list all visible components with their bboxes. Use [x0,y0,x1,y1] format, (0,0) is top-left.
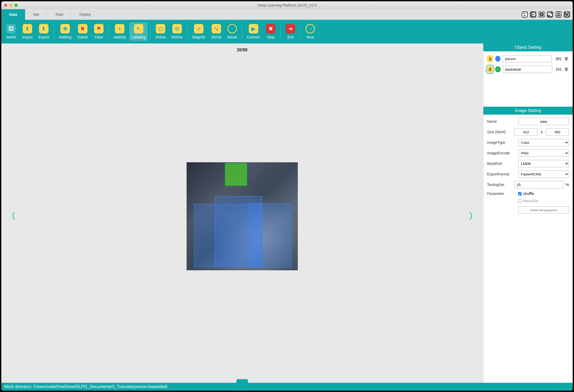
gear-icon[interactable] [530,11,536,18]
image-setting-panel: Name Size (WxH) x ImageType Color ImageE… [483,115,573,383]
sview-button[interactable]: ◻SView [153,22,168,41]
bbox-person-3[interactable] [249,203,291,268]
image-setting-header: Image Setting [483,107,573,115]
imagetype-select[interactable]: Color [518,139,569,146]
imagetype-label: ImageType [487,140,516,145]
parameter-label: Parameter [487,192,516,196]
main-tabs: Data Net Train Deploy [1,9,573,20]
backend-label: BackEnd [487,161,516,166]
single-view-icon: ◻ [156,24,165,33]
window-title: Deep Learning Platform (DLP)_V2.0 [1,3,573,7]
labeling-button[interactable]: ↖Labeling [129,22,148,41]
import-button[interactable]: ⬇Import [20,22,35,41]
prev-image-button[interactable]: 〈 [4,208,18,225]
object-color-blue[interactable] [495,56,500,62]
export-button[interactable]: ⬆Export [36,22,51,41]
shuffle-checkbox[interactable] [518,192,522,195]
imageencode-select[interactable]: PNG [518,149,569,157]
object-count-1: 281 [554,57,562,61]
meanfile-label: MeanFile [523,199,538,203]
reset-icon [227,24,237,33]
width-input[interactable] [514,128,538,136]
addimg-button[interactable]: ✚AddImg [57,22,74,41]
object-count-2: 101 [554,67,562,71]
backend-select[interactable]: LMDB [518,160,569,167]
magnify-icon: ⤢ [194,24,203,33]
object-row-2: 2 101 [487,66,569,73]
meanfile-checkbox[interactable] [518,199,522,203]
image-canvas[interactable] [187,162,298,270]
toolbar: 🖼SetDir ⬇Import ⬆Export ✚AddImg ✖Delete … [1,20,573,43]
object-name-input-1[interactable] [503,55,552,62]
next-image-button[interactable]: 〉 [466,208,480,225]
play-icon: ▶ [249,24,258,33]
meanfile-input[interactable] [518,206,569,214]
multi-view-icon: ⧉ [172,24,182,33]
trash-icon[interactable] [564,56,569,62]
trash-icon[interactable] [564,66,569,72]
object-index-2[interactable]: 2 [487,66,493,73]
stop-icon: ✖ [266,24,275,33]
tab-train[interactable]: Train [47,9,71,20]
add-image-icon: ✚ [60,24,70,33]
imageencode-label: ImageEncode [487,151,516,155]
compass-icon[interactable] [538,11,545,18]
x-separator: x [540,130,544,134]
next-arrow-icon: → [305,24,315,33]
bottom-handle[interactable] [236,379,248,383]
testingset-input[interactable] [514,181,564,188]
labeling-icon: ↖ [134,24,143,33]
delete-button[interactable]: ✖Delete [75,22,90,41]
shuffle-label: shuffle [523,192,534,196]
canvas-area: 20/98 〈 〉 [1,43,483,383]
titlebar: Deep Learning Platform (DLP)_V2.0 [1,1,573,9]
tab-data[interactable]: Data [1,9,25,20]
export-icon: ⬆ [39,24,48,33]
object-name-input-2[interactable] [503,66,552,73]
reset-button[interactable]: Reset [225,22,239,41]
object-setting-header: Object Setting [483,43,573,51]
tab-net[interactable]: Net [25,9,47,20]
stop-button[interactable]: ✖Stop [264,22,278,41]
name-label: Name [487,119,516,124]
height-input[interactable] [546,128,569,136]
magnify-button[interactable]: ⤢Magnify [190,22,207,41]
refresh-icon[interactable] [564,11,570,18]
clear-icon: ⚑ [94,24,104,33]
delete-image-icon: ✖ [78,24,87,33]
folder-photo-icon: 🖼 [6,24,16,33]
object-index-1[interactable]: 1 [487,55,493,62]
exportformat-select[interactable]: FasterRCNN [518,170,569,178]
image-counter: 20/98 [1,43,483,55]
object-color-green[interactable] [495,66,500,72]
save-icon[interactable] [522,11,528,18]
shrink-icon: ⤡ [212,24,221,33]
size-label: Size (WxH) [487,130,512,134]
percent-label: % [566,183,569,187]
convert-button[interactable]: ▶Convert [245,22,262,41]
setdir-button[interactable]: 🖼SetDir [4,22,18,41]
addobj-button[interactable]: +AddObj [111,22,128,41]
add-object-icon: + [115,24,124,33]
next-button[interactable]: →Next [303,22,317,41]
testingset-label: TestingSet [487,183,512,187]
bbox-basketball[interactable] [225,163,247,186]
name-input[interactable] [518,118,569,125]
mview-button[interactable]: ⧉MView [169,22,185,41]
object-row-1: 1 281 [487,55,569,62]
exit-button[interactable]: ➜Exit [283,22,298,41]
import-icon: ⬇ [23,24,32,33]
exportformat-label: ExportFormat [487,172,516,176]
mail-icon[interactable] [555,11,562,18]
object-list: 1 281 2 101 [483,51,573,107]
exit-icon: ➜ [286,24,295,33]
tab-deploy[interactable]: Deploy [72,9,99,20]
wechat-icon[interactable] [547,11,553,18]
shrink-button[interactable]: ⤡Shrink [209,22,224,41]
clear-button[interactable]: ⚑Clear [92,22,106,41]
status-bar: Work directory: /Users/xulei/OneDrive/DL… [1,383,573,391]
